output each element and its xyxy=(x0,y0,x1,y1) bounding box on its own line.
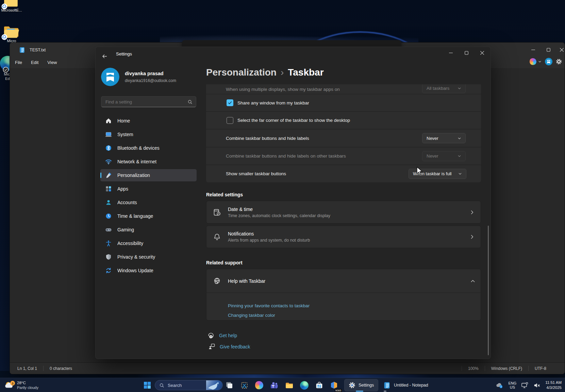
settings-maximize-button[interactable] xyxy=(459,47,474,59)
language-line1: ENG xyxy=(508,381,516,386)
setting-label: Select the far corner of the taskbar to … xyxy=(237,118,350,123)
chevron-right-icon xyxy=(470,234,475,239)
dropdown-value: Never xyxy=(427,136,438,141)
m365-button[interactable]: M365 xyxy=(327,379,341,391)
breadcrumb-separator: › xyxy=(277,67,288,78)
profile-avatar[interactable] xyxy=(101,68,119,86)
file-explorer-button[interactable] xyxy=(282,379,296,391)
settings-taskbar-button[interactable]: Settings xyxy=(344,379,378,391)
help-link-pinning-contacts[interactable]: Pinning your favorite contacts to taskba… xyxy=(228,303,310,308)
sidebar-item-label: Time & language xyxy=(117,213,153,219)
sidebar-item-label: Personalization xyxy=(117,173,150,178)
sidebar-item-accessibility[interactable]: Accessibility xyxy=(100,237,197,249)
zoom-level[interactable]: 100% xyxy=(468,366,479,371)
weather-widget[interactable]: 3 28°C Partly cloudy xyxy=(1,378,41,392)
setting-row-smaller-buttons: Show smaller taskbar buttons When taskba… xyxy=(206,165,481,182)
combine-buttons-dropdown[interactable]: Never xyxy=(422,133,466,143)
profile-name: divyanka prasad xyxy=(125,71,164,76)
sidebar-item-system[interactable]: System xyxy=(100,128,197,141)
setting-row-far-corner-desktop[interactable]: Select the far corner of the taskbar to … xyxy=(206,112,481,129)
copilot-button[interactable] xyxy=(252,379,266,391)
setting-row-combine-buttons: Combine taskbar buttons and hide labels … xyxy=(206,129,481,147)
notepad-tab[interactable]: TEST.txt xyxy=(15,45,49,55)
give-feedback-link[interactable]: Give feedback xyxy=(208,343,250,350)
svg-text:i: i xyxy=(501,386,501,388)
start-button[interactable] xyxy=(142,380,153,391)
notepad-close-button[interactable] xyxy=(554,43,565,57)
m365-icon xyxy=(330,381,338,389)
windows-logo-icon xyxy=(143,381,151,389)
calendar-clock-icon xyxy=(213,208,221,216)
window-title: Settings xyxy=(116,51,132,56)
settings-search-box[interactable] xyxy=(101,96,196,107)
scrollbar[interactable] xyxy=(488,226,489,355)
breadcrumb-parent[interactable]: Personalization xyxy=(206,67,277,78)
close-icon xyxy=(560,48,564,52)
notepad-maximize-button[interactable] xyxy=(541,43,556,57)
sidebar-item-network-internet[interactable]: Network & internet xyxy=(100,156,197,168)
checkbox-unchecked[interactable] xyxy=(227,117,233,124)
chevron-right-icon xyxy=(470,210,475,215)
m365-badge: M365 xyxy=(335,389,342,392)
breadcrumb-current: Taskbar xyxy=(288,67,323,78)
menu-view[interactable]: View xyxy=(43,59,61,67)
sidebar-item-privacy-security[interactable]: Privacy & security xyxy=(100,251,197,263)
encoding[interactable]: UTF-8 xyxy=(535,366,546,371)
help-link-changing-color[interactable]: Changing taskbar color xyxy=(228,313,275,318)
sidebar-item-bluetooth-devices[interactable]: Bluetooth & devices xyxy=(100,142,197,154)
chevron-down-icon xyxy=(538,60,542,63)
sidebar-item-label: Bluetooth & devices xyxy=(117,145,160,151)
sidebar-item-label: Home xyxy=(117,118,130,124)
sidebar-item-accounts[interactable]: Accounts xyxy=(100,196,197,209)
sidebar-item-time-language[interactable]: Time & language xyxy=(100,210,197,222)
sidebar-item-personalization[interactable]: Personalization xyxy=(100,169,197,181)
menu-edit[interactable]: Edit xyxy=(27,59,43,67)
onedrive-tray-icon[interactable]: i xyxy=(495,381,504,390)
search-input[interactable] xyxy=(101,99,187,104)
notepad-settings-gear-icon[interactable] xyxy=(556,59,562,65)
sidebar-item-apps[interactable]: Apps xyxy=(100,183,197,195)
get-help-link[interactable]: ? Get help xyxy=(207,331,237,339)
setting-row-share-window[interactable]: Share any window from my taskbar xyxy=(206,94,481,112)
sidebar-item-windows-update[interactable]: Windows Update xyxy=(100,264,197,277)
checkbox-checked[interactable] xyxy=(227,99,233,106)
teams-button[interactable] xyxy=(267,379,281,391)
snipping-tool-icon xyxy=(240,381,249,390)
microsoft-store-button[interactable] xyxy=(312,379,326,391)
help-with-taskbar-row[interactable]: Help with Taskbar xyxy=(206,269,481,293)
menu-file[interactable]: File xyxy=(11,59,27,67)
related-item-desc: Time zones, automatic clock settings, ca… xyxy=(228,213,330,218)
language-switcher[interactable]: ENG US xyxy=(508,381,516,390)
chevron-down-icon xyxy=(458,136,461,140)
privacy-icon xyxy=(105,254,112,260)
accessibility-icon xyxy=(105,240,112,247)
clock[interactable]: 11:51 AM 4/3/2025 xyxy=(545,380,562,390)
task-view-button[interactable] xyxy=(222,379,236,391)
related-date-time-row[interactable]: Date & time Time zones, automatic clock … xyxy=(206,201,481,224)
sidebar-item-label: Gaming xyxy=(117,227,134,232)
volume-muted-icon[interactable] xyxy=(533,381,541,389)
settings-minimize-button[interactable] xyxy=(443,47,459,59)
snipping-tool-button[interactable] xyxy=(237,379,251,391)
multiple-displays-dropdown[interactable]: All taskbars xyxy=(422,84,466,93)
network-tray-icon[interactable] xyxy=(521,381,529,389)
settings-close-button[interactable] xyxy=(474,47,490,59)
edge-button[interactable] xyxy=(297,379,311,391)
apps-icon xyxy=(105,185,112,192)
desktop-icon-documents-folder[interactable]: Micro xyxy=(0,25,24,43)
chevron-up-icon[interactable] xyxy=(470,279,475,283)
sidebar-item-home[interactable]: Home xyxy=(100,115,197,127)
bluetooth-icon xyxy=(105,145,112,151)
search-icon[interactable] xyxy=(187,99,193,104)
taskbar-search-box[interactable]: Search xyxy=(155,380,223,390)
search-highlight-image[interactable] xyxy=(206,380,222,390)
notepad-taskbar-button[interactable]: Untitled - Notepad xyxy=(381,379,430,391)
line-ending[interactable]: Windows (CRLF) xyxy=(491,366,522,371)
account-avatar[interactable] xyxy=(545,58,552,65)
related-notifications-row[interactable]: Notifications Alerts from apps and syste… xyxy=(206,226,481,248)
copilot-button[interactable] xyxy=(530,58,542,65)
sidebar-item-gaming[interactable]: Gaming xyxy=(100,224,197,236)
desktop-icon-microsoft-folder[interactable]: MicrosoftE... xyxy=(0,0,24,13)
notepad-minimize-button[interactable] xyxy=(526,43,541,57)
back-button[interactable] xyxy=(99,51,110,62)
